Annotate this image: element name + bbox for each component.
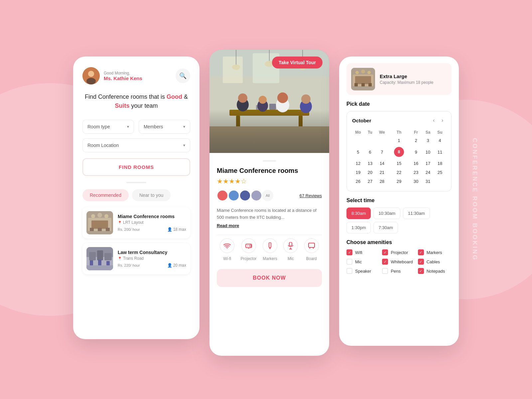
room-image-2 xyxy=(86,247,113,270)
amenity-markers: Markers xyxy=(263,238,277,261)
room-item-2[interactable]: Law term Consultancy 📍 Trans Road Rs. 22… xyxy=(82,243,190,274)
amenity-projector: Projector xyxy=(241,238,257,261)
price-unit-1: hour xyxy=(133,227,140,231)
amenity-checkbox[interactable]: ✓ xyxy=(346,249,352,255)
calendar-day[interactable]: 15 xyxy=(388,159,410,168)
book-now-button[interactable]: BOOK NOW xyxy=(217,269,322,287)
search-button[interactable]: 🔍 xyxy=(176,68,190,83)
choose-amenities-label: Choose amenities xyxy=(346,239,452,245)
calendar-day[interactable]: 31 xyxy=(422,177,434,186)
calendar-day[interactable]: 17 xyxy=(422,159,434,168)
calendar-day[interactable]: 21 xyxy=(376,168,388,177)
calendar-grid: Mo Tu We Th Fr Sa Su 1234567891011121314… xyxy=(352,129,446,186)
amenity-projector-label: Projector xyxy=(241,256,257,261)
calendar-day[interactable]: 24 xyxy=(422,168,434,177)
svg-point-40 xyxy=(238,93,247,103)
time-slot[interactable]: 7:30am xyxy=(373,222,398,233)
amenity-checkbox[interactable]: ✓ xyxy=(418,249,424,255)
svg-point-49 xyxy=(227,248,227,248)
cal-prev-button[interactable]: ‹ xyxy=(430,117,437,124)
svg-point-9 xyxy=(104,214,108,218)
room-type-select[interactable]: Room type ▾ xyxy=(82,120,134,134)
calendar-day xyxy=(434,177,446,186)
calendar-day[interactable]: 28 xyxy=(376,177,388,186)
calendar-day[interactable]: 22 xyxy=(388,168,410,177)
calendar-day[interactable]: 1 xyxy=(388,136,410,145)
calendar-day[interactable]: 29 xyxy=(388,177,410,186)
amenity-checkbox[interactable]: ✓ xyxy=(382,249,388,255)
find-rooms-button[interactable]: FIND ROOMS xyxy=(82,158,190,176)
calendar-day[interactable]: 9 xyxy=(410,145,422,159)
reviews-link[interactable]: 67 Reviews xyxy=(300,193,322,198)
amenity-checkbox[interactable]: ✓ xyxy=(418,268,424,274)
markers-icon xyxy=(263,238,277,253)
calendar-day[interactable]: 23 xyxy=(410,168,422,177)
room-location-label: Room Location xyxy=(87,143,119,148)
time-slot[interactable]: 10:30am xyxy=(373,207,400,219)
svg-rect-55 xyxy=(289,242,292,246)
room-capacity-2: 👤 20 max xyxy=(167,263,186,268)
amenity-checkbox[interactable]: ✓ xyxy=(418,259,424,265)
board-icon xyxy=(304,238,319,253)
greeting-text-block: Good Morning, Ms. Kathie Kens xyxy=(104,71,142,81)
amenity-checkbox[interactable] xyxy=(382,268,388,274)
amenity-check-item: Mic xyxy=(346,259,380,265)
calendar-body: 1234567891011121314151617181920212223242… xyxy=(352,136,446,186)
calendar-day[interactable]: 8 xyxy=(388,145,410,159)
svg-rect-58 xyxy=(309,243,315,247)
room-meta-1: Rs. 200/ hour 👤 18 max xyxy=(118,227,186,232)
calendar-day[interactable]: 2 xyxy=(410,136,422,145)
calendar-day[interactable]: 30 xyxy=(410,177,422,186)
amenity-check-label: Notepads xyxy=(427,269,445,274)
calendar-day[interactable]: 25 xyxy=(434,168,446,177)
svg-rect-15 xyxy=(89,252,96,260)
all-badge: All xyxy=(262,190,273,201)
tab-recommended[interactable]: Recommended xyxy=(82,189,129,201)
svg-point-2 xyxy=(86,78,96,84)
calendar-day[interactable]: 4 xyxy=(434,136,446,145)
room-item-1[interactable]: Miame Conference rooms 📍 LRT Layout Rs. … xyxy=(82,207,190,238)
calendar-day[interactable]: 18 xyxy=(434,159,446,168)
price-unit-2: hour xyxy=(133,263,140,267)
price-text-2: Rs. 220/ xyxy=(118,263,131,267)
svg-rect-18 xyxy=(86,265,113,270)
tab-near-you[interactable]: Near to you xyxy=(132,189,171,201)
calendar-day[interactable]: 16 xyxy=(410,159,422,168)
pin-icon-1: 📍 xyxy=(118,221,122,224)
amenity-check-item: Speaker xyxy=(346,268,380,274)
time-slots: 8:30am10:30am11:30am1:30pm7:30am xyxy=(346,207,452,233)
calendar-day[interactable]: 7 xyxy=(376,145,388,159)
svg-point-65 xyxy=(361,69,365,73)
room-meta-2: Rs. 220/ hour 👤 20 max xyxy=(118,263,186,268)
virtual-tour-button[interactable]: Take Virtual Tour xyxy=(272,57,323,68)
read-more-link[interactable]: Read more xyxy=(217,223,322,228)
calendar-day[interactable]: 5 xyxy=(352,145,364,159)
phone1-content: Good Morning, Ms. Kathie Kens 🔍 Find Con… xyxy=(73,57,200,201)
calendar-day[interactable]: 10 xyxy=(422,145,434,159)
calendar-day[interactable]: 6 xyxy=(364,145,376,159)
weekday-th: Th xyxy=(388,129,410,136)
calendar-day[interactable]: 13 xyxy=(364,159,376,168)
room-location-select[interactable]: Room Location ▾ xyxy=(82,138,190,152)
calendar-day[interactable]: 3 xyxy=(422,136,434,145)
svg-rect-68 xyxy=(361,83,365,86)
time-slot[interactable]: 1:30pm xyxy=(346,222,371,233)
room-capacity-1: 👤 18 max xyxy=(167,227,186,232)
members-select[interactable]: Members ▾ xyxy=(139,120,190,134)
capacity-text-2: 20 max xyxy=(173,263,186,268)
calendar-day[interactable]: 27 xyxy=(364,177,376,186)
cal-next-button[interactable]: › xyxy=(439,117,446,124)
amenity-checkbox[interactable]: ✓ xyxy=(382,259,388,265)
weekday-mo: Mo xyxy=(352,129,364,136)
calendar-day xyxy=(376,136,388,145)
calendar-day[interactable]: 19 xyxy=(352,168,364,177)
amenity-checkbox[interactable] xyxy=(346,259,352,265)
time-slot[interactable]: 8:30am xyxy=(346,207,371,219)
calendar-day[interactable]: 14 xyxy=(376,159,388,168)
amenity-checkbox[interactable] xyxy=(346,268,352,274)
calendar-day[interactable]: 20 xyxy=(364,168,376,177)
time-slot[interactable]: 11:30am xyxy=(403,207,430,219)
calendar-day[interactable]: 26 xyxy=(352,177,364,186)
calendar-day[interactable]: 11 xyxy=(434,145,446,159)
calendar-day[interactable]: 12 xyxy=(352,159,364,168)
